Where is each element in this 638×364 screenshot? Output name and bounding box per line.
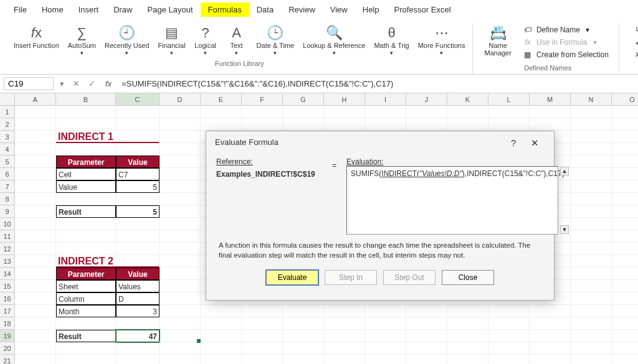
- cell-L2[interactable]: [488, 118, 530, 131]
- cell-G18[interactable]: [283, 317, 324, 330]
- cell-D19[interactable]: [160, 330, 201, 342]
- cell-D18[interactable]: [160, 317, 201, 330]
- cell-K20[interactable]: [447, 342, 488, 355]
- cell-A18[interactable]: [15, 317, 56, 330]
- cell-C5[interactable]: Value: [116, 156, 160, 168]
- row-header-9[interactable]: 9: [0, 205, 15, 218]
- cell-C9[interactable]: 5: [116, 205, 160, 218]
- row-header-15[interactable]: 15: [0, 280, 15, 292]
- cell-C17[interactable]: 3: [116, 305, 160, 317]
- row-header-13[interactable]: 13: [0, 255, 15, 268]
- cell-M21[interactable]: [530, 355, 571, 364]
- cell-D6[interactable]: [160, 168, 201, 180]
- row-header-8[interactable]: 8: [0, 193, 15, 205]
- cell-C21[interactable]: [116, 355, 160, 364]
- cell-N9[interactable]: [571, 205, 612, 218]
- cell-D3[interactable]: [160, 131, 201, 143]
- cell-O10[interactable]: [612, 218, 638, 230]
- cell-I20[interactable]: [365, 342, 406, 355]
- col-header-J[interactable]: J: [406, 93, 447, 106]
- menu-formulas[interactable]: Formulas: [201, 2, 249, 17]
- cell-J17[interactable]: [406, 305, 447, 317]
- cell-C16[interactable]: D: [116, 292, 160, 305]
- cell-O13[interactable]: [612, 255, 638, 268]
- cell-A2[interactable]: [15, 118, 56, 131]
- cell-O2[interactable]: [612, 118, 638, 131]
- col-header-G[interactable]: G: [283, 93, 324, 106]
- cell-O16[interactable]: [612, 292, 638, 305]
- cell-D2[interactable]: [160, 118, 201, 131]
- menu-professor-excel[interactable]: Professor Excel: [387, 2, 459, 17]
- cell-C12[interactable]: [116, 243, 160, 255]
- cell-A4[interactable]: [15, 143, 56, 156]
- define-name-button[interactable]: 🏷Define Name ▾: [520, 24, 611, 35]
- cell-A16[interactable]: [15, 292, 56, 305]
- name-manager-button[interactable]: 📇Name Manager: [482, 23, 513, 58]
- cell-I2[interactable]: [365, 118, 406, 131]
- row-header-1[interactable]: 1: [0, 106, 15, 118]
- cell-G17[interactable]: [283, 305, 324, 317]
- cell-B4[interactable]: [56, 143, 116, 156]
- cell-J2[interactable]: [406, 118, 447, 131]
- dialog-help-icon[interactable]: ?: [505, 138, 522, 148]
- cell-N6[interactable]: [571, 168, 612, 180]
- cell-L21[interactable]: [488, 355, 530, 364]
- cell-A12[interactable]: [15, 243, 56, 255]
- cell-J19[interactable]: [406, 330, 447, 342]
- cell-C18[interactable]: [116, 317, 160, 330]
- cell-N19[interactable]: [571, 330, 612, 342]
- cell-O12[interactable]: [612, 243, 638, 255]
- cell-D9[interactable]: [160, 205, 201, 218]
- row-header-18[interactable]: 18: [0, 317, 15, 330]
- math-button[interactable]: θMath & Trig▾: [371, 23, 411, 57]
- cell-H19[interactable]: [324, 330, 365, 342]
- cell-D4[interactable]: [160, 143, 201, 156]
- menu-help[interactable]: Help: [355, 2, 387, 17]
- cell-F20[interactable]: [242, 342, 283, 355]
- menu-home[interactable]: Home: [34, 2, 71, 17]
- name-box-dropdown-icon[interactable]: ▾: [57, 79, 67, 88]
- cell-K19[interactable]: [447, 330, 488, 342]
- trace-precedents-button[interactable]: ↳Trace Precedents: [631, 24, 638, 35]
- cell-C20[interactable]: [116, 342, 160, 355]
- cell-O5[interactable]: [612, 156, 638, 168]
- cell-C10[interactable]: [116, 218, 160, 230]
- cell-N5[interactable]: [571, 156, 612, 168]
- menu-view[interactable]: View: [323, 2, 355, 17]
- row-header-10[interactable]: 10: [0, 218, 15, 230]
- cell-A15[interactable]: [15, 280, 56, 292]
- cell-C15[interactable]: Values: [116, 280, 160, 292]
- cell-B14[interactable]: Parameter: [56, 268, 116, 280]
- cell-B16[interactable]: Column: [56, 292, 116, 305]
- cell-O17[interactable]: [612, 305, 638, 317]
- cell-B6[interactable]: Cell: [56, 168, 116, 180]
- cell-O18[interactable]: [612, 317, 638, 330]
- cell-B19[interactable]: Result: [56, 330, 116, 342]
- cell-G21[interactable]: [283, 355, 324, 364]
- col-header-D[interactable]: D: [160, 93, 201, 106]
- cell-B9[interactable]: Result: [56, 205, 116, 218]
- col-header-M[interactable]: M: [530, 93, 571, 106]
- fx-icon[interactable]: fx: [102, 79, 115, 88]
- dialog-close-icon[interactable]: ✕: [525, 138, 545, 148]
- name-box[interactable]: [4, 77, 54, 90]
- datetime-button[interactable]: 🕒Date & Time▾: [254, 23, 297, 57]
- cell-K17[interactable]: [447, 305, 488, 317]
- menu-file[interactable]: File: [6, 2, 34, 17]
- cell-C19[interactable]: 47: [116, 330, 160, 342]
- remove-arrows-button[interactable]: ✕Remove Arrows ▾: [631, 49, 638, 60]
- cell-D8[interactable]: [160, 193, 201, 205]
- cell-E18[interactable]: [201, 317, 242, 330]
- cell-F2[interactable]: [242, 118, 283, 131]
- cell-E21[interactable]: [201, 355, 242, 364]
- cell-G20[interactable]: [283, 342, 324, 355]
- cell-H1[interactable]: [324, 106, 365, 118]
- row-header-16[interactable]: 16: [0, 292, 15, 305]
- cell-H18[interactable]: [324, 317, 365, 330]
- cell-B21[interactable]: [56, 355, 116, 364]
- cell-B13[interactable]: INDIRECT 2: [56, 255, 160, 268]
- cell-L1[interactable]: [488, 106, 530, 118]
- formula-input[interactable]: =SUMIFS(INDIRECT(C15&"!"&C16&":"&C16),IN…: [119, 78, 634, 90]
- cell-O15[interactable]: [612, 280, 638, 292]
- cell-O8[interactable]: [612, 193, 638, 205]
